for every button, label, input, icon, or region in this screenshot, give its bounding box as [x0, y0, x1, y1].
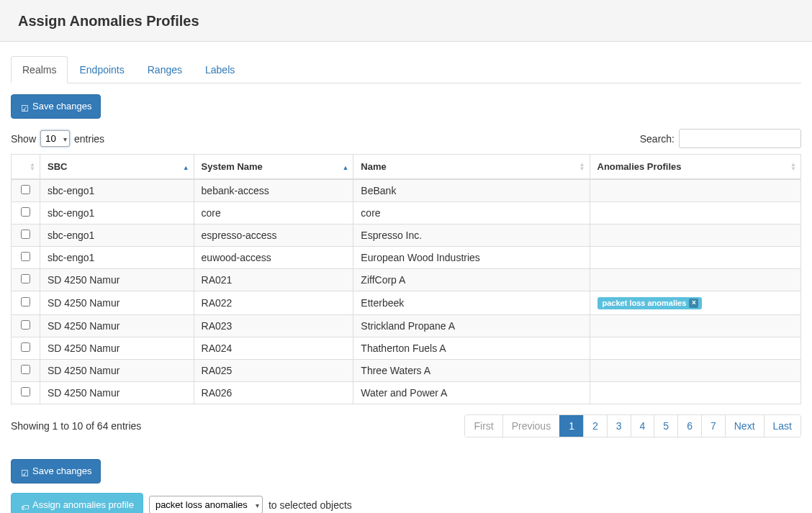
- column-header[interactable]: System Name: [194, 155, 353, 180]
- row-checkbox[interactable]: [21, 297, 30, 307]
- table-row: sbc-engo1euwood-accessEuropean Wood Indu…: [12, 247, 801, 269]
- table-row: SD 4250 NamurRA022Etterbeekpacket loss a…: [12, 291, 801, 315]
- check-icon: [20, 102, 29, 111]
- length-select[interactable]: 10: [40, 130, 70, 147]
- column-header[interactable]: Name: [353, 155, 590, 180]
- cell-name: Three Waters A: [353, 359, 590, 381]
- remove-badge-icon[interactable]: ×: [689, 299, 698, 308]
- page-first: First: [465, 415, 502, 437]
- check-icon: [20, 467, 29, 476]
- row-checkbox[interactable]: [21, 207, 30, 217]
- cell-sbc: SD 4250 Namur: [40, 269, 194, 291]
- cell-profiles: [590, 179, 800, 202]
- cell-system: RA025: [194, 359, 353, 381]
- tab-endpoints[interactable]: Endpoints: [68, 56, 135, 83]
- sort-icon: [579, 163, 585, 171]
- cell-name: Water and Power A: [353, 381, 590, 404]
- cell-name: Espresso Inc.: [353, 224, 590, 247]
- row-checkbox[interactable]: [21, 342, 30, 352]
- cell-system: bebank-access: [194, 179, 353, 202]
- row-checkbox[interactable]: [21, 365, 30, 374]
- data-table: SBCSystem NameNameAnomalies Profiles sbc…: [11, 154, 801, 404]
- cell-system: RA026: [194, 381, 353, 404]
- cell-profiles: [590, 202, 800, 224]
- cell-sbc: SD 4250 Namur: [40, 359, 194, 381]
- row-checkbox[interactable]: [21, 387, 30, 396]
- cell-profiles: [590, 337, 800, 359]
- cell-profiles: [590, 224, 800, 247]
- cell-profiles: [590, 314, 800, 337]
- cell-sbc: SD 4250 Namur: [40, 314, 194, 337]
- page-4[interactable]: 4: [631, 415, 654, 437]
- pagination: FirstPrevious1234567NextLast: [464, 414, 801, 437]
- cell-sbc: SD 4250 Namur: [40, 291, 194, 315]
- search-control: Search:: [640, 129, 801, 148]
- cell-sbc: sbc-engo1: [40, 247, 194, 269]
- tag-icon: [20, 501, 29, 509]
- tab-ranges[interactable]: Ranges: [136, 56, 194, 83]
- page-title: Assign Anomalies Profiles: [18, 13, 794, 29]
- page-2[interactable]: 2: [583, 415, 607, 437]
- cell-name: European Wood Industries: [353, 247, 590, 269]
- cell-name: ZiffCorp A: [353, 269, 590, 291]
- page-6[interactable]: 6: [677, 415, 701, 437]
- tab-realms[interactable]: Realms: [11, 56, 68, 83]
- cell-sbc: SD 4250 Namur: [40, 381, 194, 404]
- page-7[interactable]: 7: [701, 415, 725, 437]
- table-row: sbc-engo1bebank-accessBeBank: [12, 179, 801, 202]
- cell-profiles: [590, 269, 800, 291]
- cell-name: Thatherton Fuels A: [353, 337, 590, 359]
- row-checkbox[interactable]: [21, 320, 30, 330]
- tab-labels[interactable]: Labels: [194, 56, 246, 83]
- cell-sbc: sbc-engo1: [40, 224, 194, 247]
- cell-sbc: SD 4250 Namur: [40, 337, 194, 359]
- row-checkbox[interactable]: [21, 185, 30, 194]
- save-button-top[interactable]: Save changes: [11, 94, 101, 119]
- cell-system: core: [194, 202, 353, 224]
- table-row: sbc-engo1corecore: [12, 202, 801, 224]
- cell-name: Strickland Propane A: [353, 314, 590, 337]
- sort-icon: [342, 163, 348, 171]
- row-checkbox[interactable]: [21, 274, 30, 283]
- column-header[interactable]: Anomalies Profiles: [590, 155, 800, 180]
- cell-name: BeBank: [353, 179, 590, 202]
- length-control: Show 10 entries: [11, 130, 104, 147]
- cell-system: RA021: [194, 269, 353, 291]
- table-row: sbc-engo1espresso-accessEspresso Inc.: [12, 224, 801, 247]
- table-row: SD 4250 NamurRA021ZiffCorp A: [12, 269, 801, 291]
- page-1[interactable]: 1: [559, 415, 583, 437]
- cell-system: euwood-access: [194, 247, 353, 269]
- profile-badge: packet loss anomalies×: [597, 297, 703, 309]
- cell-profiles: packet loss anomalies×: [590, 291, 800, 315]
- cell-system: RA022: [194, 291, 353, 315]
- search-input[interactable]: [679, 129, 801, 148]
- cell-system: espresso-access: [194, 224, 353, 247]
- row-checkbox[interactable]: [21, 230, 30, 239]
- cell-sbc: sbc-engo1: [40, 179, 194, 202]
- cell-profiles: [590, 381, 800, 404]
- assign-profile-select[interactable]: packet loss anomalies: [149, 496, 263, 513]
- page-header: Assign Anomalies Profiles: [0, 0, 812, 42]
- tabs: RealmsEndpointsRangesLabels: [11, 56, 801, 83]
- page-last[interactable]: Last: [764, 415, 800, 437]
- sort-icon: [30, 163, 35, 171]
- table-row: SD 4250 NamurRA025Three Waters A: [12, 359, 801, 381]
- cell-name: core: [353, 202, 590, 224]
- table-row: SD 4250 NamurRA023Strickland Propane A: [12, 314, 801, 337]
- cell-system: RA023: [194, 314, 353, 337]
- assign-button[interactable]: Assign anomalies profile: [11, 493, 143, 513]
- column-header: [12, 155, 40, 180]
- sort-icon: [183, 163, 189, 171]
- page-next[interactable]: Next: [725, 415, 764, 437]
- page-3[interactable]: 3: [607, 415, 631, 437]
- page-5[interactable]: 5: [654, 415, 677, 437]
- save-button-bottom[interactable]: Save changes: [11, 459, 101, 484]
- table-info: Showing 1 to 10 of 64 entries: [11, 420, 141, 432]
- cell-name: Etterbeek: [353, 291, 590, 315]
- cell-sbc: sbc-engo1: [40, 202, 194, 224]
- row-checkbox[interactable]: [21, 252, 30, 261]
- cell-system: RA024: [194, 337, 353, 359]
- table-row: SD 4250 NamurRA024Thatherton Fuels A: [12, 337, 801, 359]
- column-header[interactable]: SBC: [40, 155, 194, 180]
- cell-profiles: [590, 359, 800, 381]
